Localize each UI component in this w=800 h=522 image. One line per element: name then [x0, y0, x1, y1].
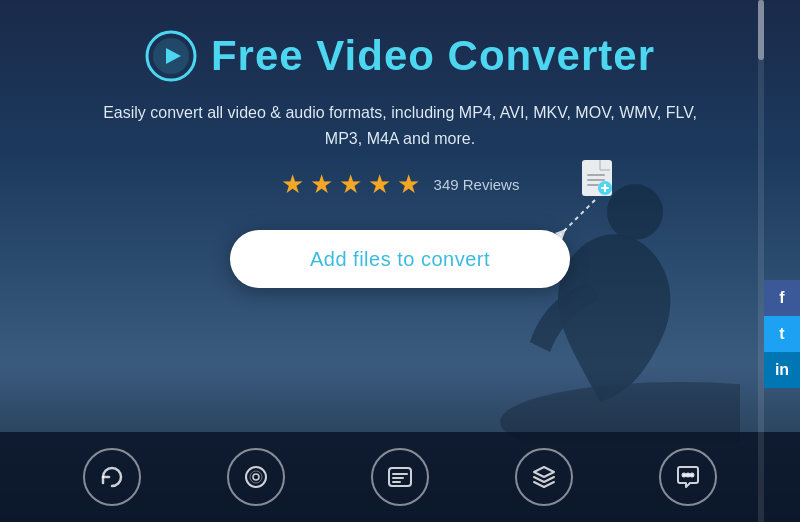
bottom-toolbar [0, 432, 800, 522]
twitter-icon: t [779, 325, 784, 343]
star-1: ★ [281, 169, 304, 200]
star-4: ★ [368, 169, 391, 200]
svg-rect-6 [587, 174, 605, 176]
twitter-button[interactable]: t [764, 316, 800, 352]
layers-button[interactable] [515, 448, 573, 506]
scrollbar-thumb[interactable] [758, 0, 764, 60]
svg-rect-8 [587, 184, 599, 186]
star-5: ★ [397, 169, 420, 200]
add-files-button[interactable]: Add files to convert [230, 230, 570, 288]
facebook-button[interactable]: f [764, 280, 800, 316]
svg-point-22 [687, 474, 690, 477]
review-count: 349 Reviews [434, 176, 520, 193]
star-2: ★ [310, 169, 333, 200]
layers-icon [530, 463, 558, 491]
svg-point-15 [250, 471, 262, 483]
svg-marker-20 [534, 467, 554, 477]
svg-point-21 [683, 474, 686, 477]
ratings-row: ★ ★ ★ ★ ★ 349 Reviews [281, 169, 520, 200]
social-panel: f t in [764, 280, 800, 388]
svg-point-14 [253, 474, 259, 480]
linkedin-button[interactable]: in [764, 352, 800, 388]
svg-rect-7 [587, 179, 605, 181]
title-row: Free Video Converter [145, 30, 655, 82]
app-logo [145, 30, 197, 82]
app-subtitle: Easily convert all video & audio formats… [100, 100, 700, 151]
subtitles-button[interactable] [371, 448, 429, 506]
subtitles-icon [386, 463, 414, 491]
app-title: Free Video Converter [211, 32, 655, 80]
svg-point-13 [246, 467, 266, 487]
add-files-area: Add files to convert [230, 230, 570, 288]
scrollbar[interactable] [758, 0, 764, 522]
chat-button[interactable] [659, 448, 717, 506]
linkedin-icon: in [775, 361, 789, 379]
dvd-button[interactable] [227, 448, 285, 506]
chat-icon [674, 463, 702, 491]
convert-icon [98, 463, 126, 491]
convert-button[interactable] [83, 448, 141, 506]
svg-marker-12 [555, 229, 566, 240]
dvd-icon [242, 463, 270, 491]
svg-point-23 [691, 474, 694, 477]
drop-animation [530, 155, 630, 255]
facebook-icon: f [779, 289, 784, 307]
star-3: ★ [339, 169, 362, 200]
